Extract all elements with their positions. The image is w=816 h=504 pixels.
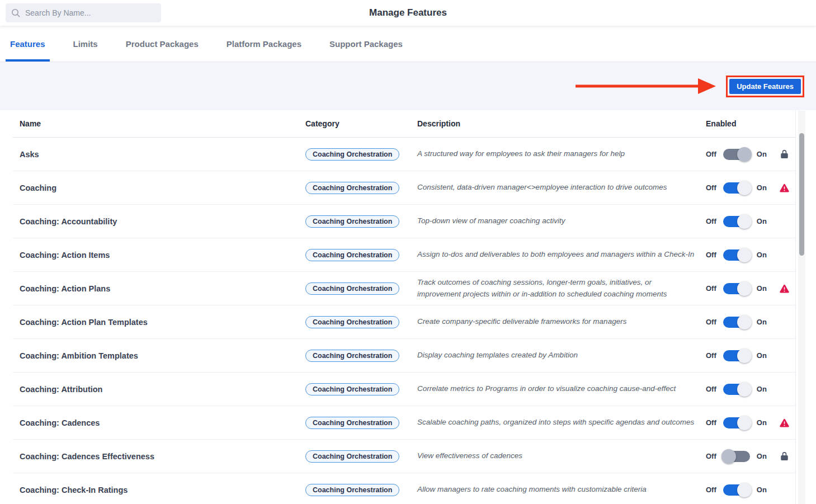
table-row: Coaching Coaching Orchestration Consiste… [13,171,795,205]
toggle-on-label: On [757,318,767,326]
feature-toggle[interactable] [723,317,750,328]
feature-description: Track outcomes of coaching sessions, lon… [417,277,697,300]
toggle-knob[interactable] [737,382,752,397]
feature-name: Coaching: Ambition Templates [20,351,305,360]
enabled-cell: Off On [706,283,790,294]
toggle-on-label: On [757,486,767,494]
category-badge: Coaching Orchestration [305,282,399,295]
feature-name: Coaching: Action Plans [20,284,305,293]
feature-description: Top-down view of manager coaching activi… [417,215,697,227]
search-input[interactable] [25,8,155,17]
search-box[interactable] [6,3,161,22]
toggle-on-label: On [757,385,767,393]
feature-description: A structured way for employees to ask th… [417,148,697,159]
feature-toggle[interactable] [723,350,750,361]
scrollbar-thumb[interactable] [799,133,804,256]
toggle-off-label: Off [706,385,716,393]
toggle-on-label: On [757,150,767,158]
toggle-knob[interactable] [737,248,752,262]
toggle-knob[interactable] [737,181,752,195]
toggle-on-label: On [757,418,767,427]
column-header-description: Description [417,119,706,128]
feature-toggle[interactable] [723,249,750,261]
toggle-knob[interactable] [737,147,752,162]
features-table: Name Category Description Enabled Asks C… [13,110,796,504]
enabled-cell: Off On [706,484,790,496]
feature-toggle[interactable] [723,182,750,194]
enabled-cell: Off On [706,317,790,328]
page-title: Manage Features [369,7,447,18]
table-row: Coaching: Cadences Coaching Orchestratio… [13,406,795,440]
feature-name: Coaching: Action Items [20,251,305,260]
feature-name: Coaching [20,183,305,192]
feature-description: Consistent, data-driven manager<>employe… [417,182,697,193]
feature-description: Scalable coaching paths, organized into … [417,417,697,428]
enabled-cell: Off On [706,384,790,395]
tab-product-packages[interactable]: Product Packages [121,26,203,62]
toggle-off-label: Off [706,217,716,225]
column-header-enabled: Enabled [706,119,789,128]
toggle-knob[interactable] [737,315,752,329]
feature-name: Coaching: Cadences Effectiveness [20,452,305,461]
toggle-off-label: Off [706,251,716,259]
toggle-off-label: Off [706,486,716,494]
column-header-category: Category [305,119,417,128]
table-row: Coaching: Action Plan Templates Coaching… [13,305,795,339]
feature-toggle[interactable] [723,484,750,496]
feature-name: Coaching: Action Plan Templates [20,318,305,327]
toggle-on-label: On [757,452,767,460]
table-row: Coaching: Cadences Effectiveness Coachin… [13,440,795,473]
table-header-row: Name Category Description Enabled [13,110,795,138]
enabled-cell: Off On [706,182,790,194]
toggle-on-label: On [757,351,767,360]
category-badge: Coaching Orchestration [305,316,399,328]
feature-toggle[interactable] [723,283,750,294]
lock-icon [780,149,789,159]
feature-description: Assign to-dos and deliverables to both e… [417,249,697,260]
toggle-knob[interactable] [737,281,752,296]
lock-icon [780,451,789,461]
toggle-knob[interactable] [737,214,752,229]
update-features-button[interactable]: Update Features [729,79,801,94]
feature-toggle[interactable] [723,149,750,160]
tab-features[interactable]: Features [6,26,50,62]
feature-toggle[interactable] [723,417,750,428]
feature-description: Allow managers to rate coaching moments … [417,484,697,495]
top-header-bar: Manage Features [0,0,816,26]
feature-description: View effectiveness of cadences [417,450,697,461]
toggle-off-label: Off [706,351,716,360]
tab-limits[interactable]: Limits [69,26,102,62]
toggle-on-label: On [757,251,767,259]
toggle-off-label: Off [706,284,716,293]
red-highlight-box: Update Features [726,76,804,97]
toggle-knob[interactable] [737,416,752,430]
feature-toggle[interactable] [723,451,750,462]
toggle-knob[interactable] [737,348,752,363]
tab-support-packages[interactable]: Support Packages [325,26,407,62]
category-badge: Coaching Orchestration [305,249,399,261]
toggle-knob[interactable] [737,483,752,497]
toggle-off-label: Off [706,452,716,460]
category-badge: Coaching Orchestration [305,215,399,228]
toggle-off-label: Off [706,418,716,427]
category-badge: Coaching Orchestration [305,484,399,496]
feature-description: Create company-specific deliverable fram… [417,316,697,327]
warning-icon [780,183,789,192]
enabled-cell: Off On [706,417,790,428]
feature-toggle[interactable] [723,384,750,395]
category-badge: Coaching Orchestration [305,417,399,429]
feature-toggle[interactable] [723,216,750,227]
enabled-cell: Off On [706,451,790,462]
tab-platform-packages[interactable]: Platform Packages [222,26,306,62]
table-row: Coaching: Action Items Coaching Orchestr… [13,238,795,272]
enabled-cell: Off On [706,216,790,227]
vertical-scrollbar[interactable] [798,111,805,504]
red-arrow-annotation [576,77,716,96]
search-icon [11,8,20,17]
toggle-knob[interactable] [721,449,736,464]
toggle-off-label: Off [706,183,716,192]
action-band: Update Features [0,62,816,110]
feature-rows: Asks Coaching Orchestration A structured… [13,138,795,504]
column-header-name: Name [20,119,305,128]
feature-name: Coaching: Accountability [20,217,305,226]
